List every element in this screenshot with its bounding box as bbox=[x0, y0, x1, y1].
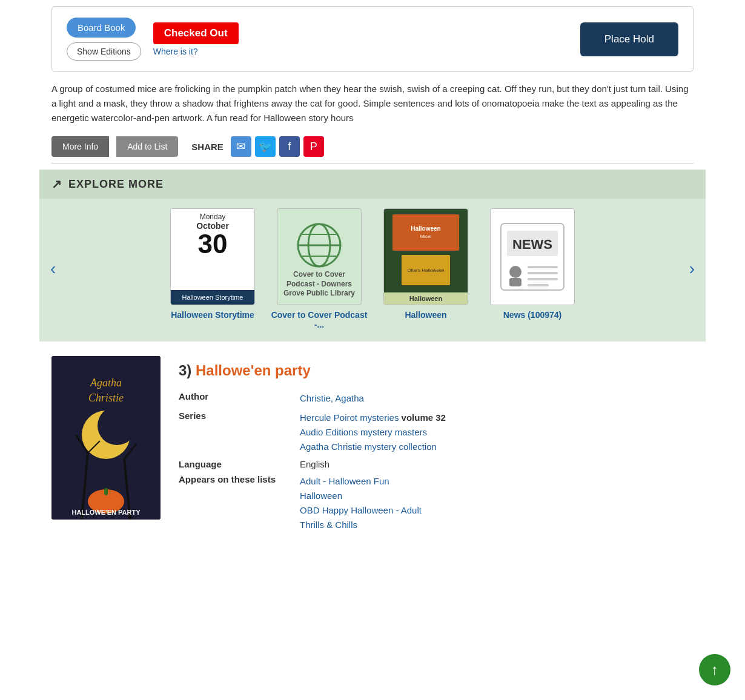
explore-more-title: EXPLORE MORE bbox=[68, 178, 164, 191]
svg-text:NEWS: NEWS bbox=[512, 237, 552, 252]
carousel-item-label-halloween: Halloween bbox=[405, 310, 446, 320]
svg-point-25 bbox=[98, 406, 136, 445]
language-value: English bbox=[300, 457, 694, 472]
svg-rect-32 bbox=[104, 488, 108, 495]
calendar-top: Monday October 30 bbox=[171, 209, 254, 257]
share-email-icon[interactable]: ✉ bbox=[231, 136, 251, 157]
news-icon: NEWS bbox=[496, 217, 569, 296]
action-row: More Info Add to List SHARE ✉ 🐦 f P bbox=[51, 136, 694, 157]
series-values: Hercule Poirot mysteries volume 32 Audio… bbox=[300, 408, 694, 457]
add-to-list-button[interactable]: Add to List bbox=[116, 136, 178, 157]
book3-title-heading: 3) Hallowe'en party bbox=[179, 362, 694, 379]
where-is-it-link[interactable]: Where is it? bbox=[153, 47, 239, 56]
series-bold-1: volume 32 bbox=[399, 412, 446, 423]
book3-details: 3) Hallowe'en party Author Christie, Aga… bbox=[179, 356, 694, 535]
halloween-book-cover-art: Halloween Mice! Ollie's Halloween bbox=[389, 211, 462, 290]
calendar-bottom: Halloween Storytime bbox=[171, 290, 254, 305]
book3-title: Hallowe'en party bbox=[196, 362, 311, 378]
halloween-card-top: Halloween Mice! Ollie's Halloween bbox=[384, 209, 468, 292]
svg-rect-15 bbox=[509, 278, 522, 286]
author-row: Author Christie, Agatha bbox=[179, 389, 694, 408]
author-value: Christie, Agatha bbox=[300, 389, 694, 408]
svg-rect-19 bbox=[528, 284, 549, 286]
explore-more-icon: ↗ bbox=[51, 177, 62, 191]
list-link-1[interactable]: Adult - Halloween Fun bbox=[300, 474, 689, 489]
series-text-1: Hercule Poirot mysteries bbox=[300, 412, 399, 423]
share-label: SHARE bbox=[191, 142, 224, 152]
svg-rect-16 bbox=[528, 266, 558, 268]
svg-rect-17 bbox=[528, 272, 558, 274]
book3-number: 3) bbox=[179, 362, 191, 378]
series-link-2[interactable]: Audio Editions mystery masters bbox=[300, 425, 689, 440]
share-pinterest-icon[interactable]: P bbox=[303, 136, 324, 157]
book3-cover: Agatha Christie HALLOWE'EN PARTY bbox=[51, 356, 161, 520]
appears-row: Appears on these lists Adult - Halloween… bbox=[179, 472, 694, 535]
language-label: Language bbox=[179, 457, 300, 472]
news-card: NEWS bbox=[490, 208, 575, 305]
edition-buttons: Board Book Show Editions bbox=[67, 18, 141, 61]
share-facebook-icon[interactable]: f bbox=[279, 136, 300, 157]
svg-text:Ollie's Halloween: Ollie's Halloween bbox=[407, 268, 444, 273]
carousel-prev-button[interactable]: ‹ bbox=[45, 259, 61, 279]
svg-text:HALLOWE'EN PARTY: HALLOWE'EN PARTY bbox=[71, 509, 141, 516]
svg-text:Mice!: Mice! bbox=[420, 234, 431, 239]
share-twitter-icon[interactable]: 🐦 bbox=[255, 136, 276, 157]
divider bbox=[51, 163, 694, 163]
svg-text:Halloween: Halloween bbox=[411, 225, 440, 232]
explore-more-section: ↗ EXPLORE MORE ‹ Monday October 30 Hallo… bbox=[39, 170, 706, 342]
svg-text:Christie: Christie bbox=[88, 392, 124, 404]
carousel-item-label-news: News (100974) bbox=[503, 310, 562, 320]
carousel-next-button[interactable]: › bbox=[684, 259, 700, 279]
calendar-day: 30 bbox=[172, 231, 253, 257]
explore-more-carousel: ‹ Monday October 30 Halloween Storytime … bbox=[39, 199, 706, 342]
globe-icon bbox=[295, 221, 343, 269]
carousel-item-label-podcast: Cover to Cover Podcast -... bbox=[271, 310, 368, 329]
carousel-item-halloween-storytime[interactable]: Monday October 30 Halloween Storytime Ha… bbox=[164, 208, 261, 329]
series-link-3[interactable]: Agatha Christie mystery collection bbox=[300, 440, 689, 454]
carousel-item-halloween[interactable]: Halloween Mice! Ollie's Halloween Hallow… bbox=[377, 208, 474, 329]
calendar-day-of-week: Monday bbox=[172, 213, 253, 221]
share-icons: ✉ 🐦 f P bbox=[231, 136, 324, 157]
carousel-items: Monday October 30 Halloween Storytime Ha… bbox=[61, 208, 684, 329]
globe-card: Cover to Cover Podcast - Downers Grove P… bbox=[277, 208, 362, 305]
explore-more-header: ↗ EXPLORE MORE bbox=[39, 170, 706, 199]
carousel-item-podcast[interactable]: Cover to Cover Podcast - Downers Grove P… bbox=[271, 208, 368, 329]
appears-label: Appears on these lists bbox=[179, 472, 300, 535]
svg-point-14 bbox=[509, 266, 522, 278]
book3-section: Agatha Christie HALLOWE'EN PARTY 3) Hall… bbox=[39, 356, 706, 535]
carousel-item-news[interactable]: NEWS News (100974) bbox=[484, 208, 581, 329]
globe-card-text: Cover to Cover Podcast - Downers Grove P… bbox=[282, 270, 356, 299]
availability-box: Board Book Show Editions Checked Out Whe… bbox=[51, 6, 694, 72]
appears-values: Adult - Halloween Fun Halloween OBD Happ… bbox=[300, 472, 694, 535]
list-link-4[interactable]: Thrills & Chills bbox=[300, 518, 689, 532]
series-link-1[interactable]: Hercule Poirot mysteries volume 32 bbox=[300, 411, 689, 425]
author-label: Author bbox=[179, 389, 300, 408]
show-editions-button[interactable]: Show Editions bbox=[67, 42, 141, 61]
status-block: Checked Out Where is it? bbox=[153, 22, 239, 56]
halloween-card-bottom: Halloween bbox=[384, 292, 468, 305]
series-label: Series bbox=[179, 408, 300, 457]
list-link-2[interactable]: Halloween bbox=[300, 489, 689, 503]
board-book-button[interactable]: Board Book bbox=[67, 18, 136, 38]
list-link-3[interactable]: OBD Happy Halloween - Adult bbox=[300, 503, 689, 518]
book-description: A group of costumed mice are frolicking … bbox=[51, 82, 694, 125]
book3-cover-art: Agatha Christie HALLOWE'EN PARTY bbox=[51, 356, 161, 520]
calendar-card: Monday October 30 Halloween Storytime bbox=[170, 208, 255, 305]
more-info-button[interactable]: More Info bbox=[51, 136, 109, 157]
svg-rect-6 bbox=[392, 214, 459, 251]
language-row: Language English bbox=[179, 457, 694, 472]
series-row: Series Hercule Poirot mysteries volume 3… bbox=[179, 408, 694, 457]
place-hold-button[interactable]: Place Hold bbox=[580, 22, 678, 56]
carousel-item-label-halloween-storytime: Halloween Storytime bbox=[171, 310, 254, 320]
svg-text:Agatha: Agatha bbox=[90, 377, 122, 389]
checked-out-badge: Checked Out bbox=[153, 22, 239, 44]
svg-rect-18 bbox=[528, 278, 558, 280]
author-link[interactable]: Christie, Agatha bbox=[300, 391, 689, 406]
halloween-book-card: Halloween Mice! Ollie's Halloween Hallow… bbox=[383, 208, 468, 305]
book3-meta-table: Author Christie, Agatha Series Hercule P… bbox=[179, 389, 694, 535]
top-section: Board Book Show Editions Checked Out Whe… bbox=[39, 0, 706, 163]
